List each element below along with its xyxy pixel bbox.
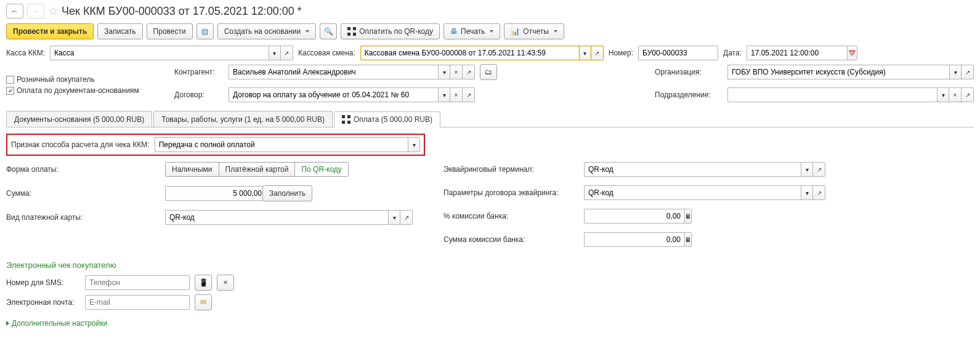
fill-button[interactable]: Заполнить — [262, 185, 312, 201]
clear-sms-button[interactable]: × — [217, 275, 234, 291]
date-input[interactable] — [747, 46, 847, 60]
sum-input-group[interactable]: 🖩 — [165, 186, 257, 201]
terminal-input-group[interactable]: ▾ ↗ — [584, 162, 825, 177]
acq-params-label: Параметры договора эквайринга: — [443, 188, 579, 197]
qr-icon — [347, 27, 356, 36]
printer-icon: 🖶 — [450, 27, 458, 36]
dropdown-button[interactable]: ▾ — [579, 46, 591, 60]
create-based-on-button[interactable]: Создать на основании — [217, 23, 317, 39]
back-button[interactable]: ← — [6, 4, 23, 18]
dropdown-button[interactable]: ▾ — [388, 210, 400, 225]
open-button[interactable]: ↗ — [463, 65, 475, 79]
open-button[interactable]: ↗ — [463, 87, 475, 102]
forward-button[interactable]: → — [27, 4, 44, 18]
clear-button[interactable]: × — [949, 87, 962, 102]
dropdown-button[interactable]: ▾ — [269, 46, 281, 60]
number-label: Номер: — [609, 49, 633, 57]
dropdown-button[interactable]: ▾ — [937, 87, 949, 102]
calculator-button[interactable]: 🖩 — [684, 232, 692, 247]
calc-sign-input-group[interactable]: ▾ — [155, 137, 420, 152]
open-button[interactable]: ↗ — [591, 46, 604, 60]
pay-option-cash[interactable]: Наличными — [166, 163, 219, 176]
reports-button[interactable]: 📊Отчеты — [504, 23, 564, 39]
contract-input-group[interactable]: ▾ × ↗ — [229, 87, 475, 102]
print-button[interactable]: 🖶Печать — [443, 23, 500, 39]
chart-icon: 📊 — [511, 27, 520, 36]
comm-pct-input-group[interactable]: 🖩 — [584, 209, 621, 224]
open-button[interactable]: ↗ — [962, 65, 974, 79]
clear-button[interactable]: × — [450, 65, 463, 79]
contragent-card-button[interactable]: 🗂 — [480, 64, 497, 80]
post-button[interactable]: Провести — [147, 23, 193, 39]
pay-option-qr[interactable]: По QR-коду — [295, 163, 347, 176]
page-title: Чек ККМ БУ00-000033 от 17.05.2021 12:00:… — [62, 5, 302, 18]
org-label: Организация: — [655, 68, 723, 76]
pay-option-card[interactable]: Платёжной картой — [219, 163, 296, 176]
checkbox-checked-icon: ✔ — [6, 87, 14, 95]
more-settings-toggle[interactable]: Дополнительные настройки — [6, 319, 974, 328]
contract-input[interactable] — [229, 87, 438, 102]
card-type-input[interactable] — [165, 210, 388, 225]
tab-goods[interactable]: Товары, работы, услуги (1 ед. на 5 000,0… — [153, 111, 333, 127]
tab-documents[interactable]: Документы-основания (5 000,00 RUB) — [6, 111, 152, 127]
envelope-icon: ✉ — [200, 298, 206, 307]
chevron-right-icon — [6, 321, 9, 326]
division-input-group[interactable]: ▾ × ↗ — [727, 87, 974, 102]
comm-sum-input[interactable] — [584, 232, 684, 247]
open-button[interactable]: ↗ — [962, 87, 974, 102]
card-type-input-group[interactable]: ▾ ↗ — [165, 210, 413, 225]
contragent-label: Контрагент: — [174, 68, 224, 76]
dropdown-button[interactable]: ▾ — [801, 185, 813, 200]
pay-by-docs-checkbox[interactable]: ✔ Оплата по документам-основаниям — [6, 86, 169, 95]
kassa-input[interactable] — [50, 46, 269, 60]
open-button[interactable]: ↗ — [813, 185, 825, 200]
number-input[interactable] — [638, 46, 718, 60]
open-button[interactable]: ↗ — [400, 210, 413, 225]
kassa-input-group[interactable]: ▾ ↗ — [50, 46, 293, 60]
contragent-input[interactable] — [229, 65, 438, 79]
dropdown-button[interactable]: ▾ — [438, 87, 450, 102]
post-and-close-button[interactable]: Провести и закрыть — [6, 23, 94, 39]
save-button[interactable]: Записать — [97, 23, 142, 39]
pay-qr-button[interactable]: Оплатить по QR-коду — [341, 23, 440, 39]
qr-icon — [342, 115, 350, 124]
clear-button[interactable]: × — [450, 87, 463, 102]
sum-input[interactable] — [165, 186, 265, 201]
date-input-group[interactable]: 📅 — [747, 46, 857, 60]
contragent-input-group[interactable]: ▾ × ↗ — [229, 65, 475, 79]
division-label: Подразделение: — [655, 91, 723, 99]
card-type-label: Вид платежной карты: — [6, 213, 160, 222]
terminal-label: Эквайринговый терминал: — [443, 165, 579, 174]
retail-buyer-checkbox[interactable]: Розничный покупатель — [6, 75, 169, 84]
dropdown-button[interactable]: ▾ — [408, 137, 420, 152]
search-button[interactable]: 🔍 — [320, 23, 337, 39]
registers-button[interactable]: ▤ — [196, 23, 214, 39]
org-input[interactable] — [727, 65, 949, 79]
comm-sum-input-group[interactable]: 🖩 — [584, 232, 670, 247]
email-label: Электронная почта: — [6, 298, 80, 307]
calc-sign-input[interactable] — [155, 137, 408, 152]
dropdown-button[interactable]: ▾ — [438, 65, 450, 79]
org-input-group[interactable]: ▾ ↗ — [727, 65, 974, 79]
open-button[interactable]: ↗ — [281, 46, 293, 60]
email-button[interactable]: ✉ — [195, 294, 212, 310]
comm-pct-input[interactable] — [584, 209, 684, 224]
open-button[interactable]: ↗ — [813, 162, 825, 177]
acq-params-input[interactable] — [584, 185, 801, 200]
division-input[interactable] — [727, 87, 937, 102]
calc-sign-label: Признак способа расчета для чека ККМ: — [11, 140, 150, 149]
sms-input[interactable] — [85, 275, 190, 290]
favorite-star-icon[interactable]: ☆ — [48, 4, 58, 18]
phone-button[interactable]: 📱 — [195, 275, 212, 291]
calculator-button[interactable]: 🖩 — [684, 209, 692, 224]
terminal-input[interactable] — [584, 162, 801, 177]
echeck-title: Электронный чек покупателю — [6, 260, 974, 270]
acq-params-input-group[interactable]: ▾ ↗ — [584, 185, 825, 200]
tab-payment[interactable]: Оплата (5 000,00 RUB) — [334, 111, 440, 127]
dropdown-button[interactable]: ▾ — [949, 65, 962, 79]
calendar-button[interactable]: 📅 — [847, 46, 857, 60]
email-input[interactable] — [85, 295, 190, 310]
dropdown-button[interactable]: ▾ — [801, 162, 813, 177]
shift-input[interactable] — [360, 46, 579, 60]
shift-input-group[interactable]: ▾ ↗ — [360, 46, 604, 60]
